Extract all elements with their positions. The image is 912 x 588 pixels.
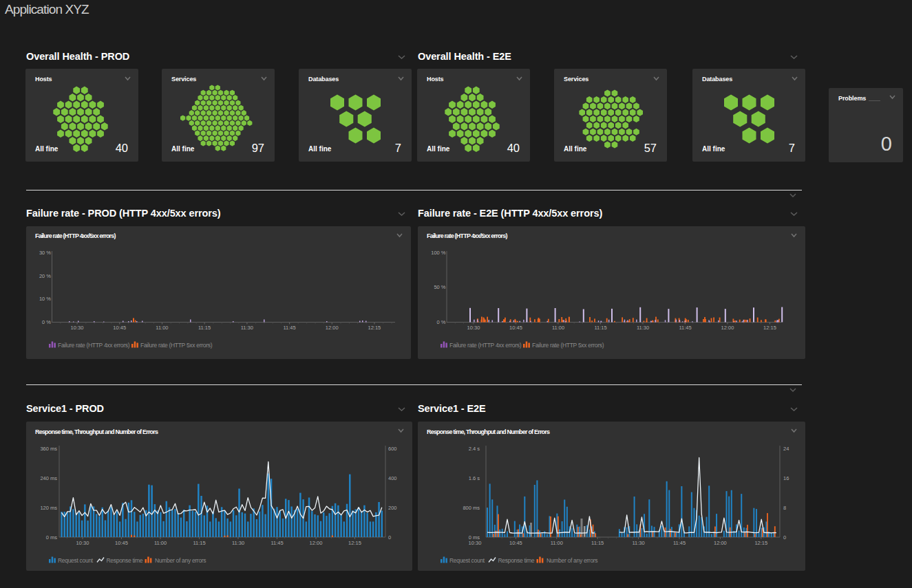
svg-text:12:00: 12:00 [714,540,727,546]
svg-text:24: 24 [783,446,789,452]
svg-text:Response time: Response time [107,557,143,564]
svg-text:11:45: 11:45 [271,540,283,546]
svg-text:0 %: 0 % [437,319,446,325]
svg-text:16: 16 [783,475,789,481]
svg-text:12:15: 12:15 [348,540,361,546]
svg-text:11:30: 11:30 [232,540,244,546]
svg-text:Failure rate (HTTP 5xx errors): Failure rate (HTTP 5xx errors) [532,342,604,349]
svg-text:12:00: 12:00 [721,325,734,331]
svg-text:11:15: 11:15 [198,325,211,331]
svg-text:10:30: 10:30 [71,325,84,331]
svg-text:0: 0 [783,534,786,541]
svg-text:120 ms: 120 ms [40,505,57,511]
svg-text:12:15: 12:15 [754,540,767,546]
svg-text:11:00: 11:00 [551,540,563,546]
svg-text:11:00: 11:00 [156,325,168,331]
svg-text:11:00: 11:00 [552,325,564,331]
svg-text:11:30: 11:30 [637,325,649,331]
svg-text:10:45: 10:45 [509,325,522,331]
svg-text:50 %: 50 % [434,284,445,290]
svg-text:Response time: Response time [498,557,535,564]
svg-text:2.4 s: 2.4 s [469,446,480,452]
svg-text:11:45: 11:45 [679,325,691,331]
svg-text:8: 8 [783,505,786,511]
svg-text:0 %: 0 % [42,319,51,325]
svg-text:11:30: 11:30 [632,540,644,546]
svg-text:Request count: Request count [449,557,485,564]
svg-text:12:00: 12:00 [310,540,323,546]
svg-text:Failure rate (HTTP 4xx errors): Failure rate (HTTP 4xx errors) [449,342,522,349]
svg-text:200: 200 [388,505,397,511]
svg-text:10:45: 10:45 [113,325,126,331]
svg-text:11:15: 11:15 [594,325,606,331]
svg-text:Response time, Throughput and: Response time, Throughput and Number of … [427,428,550,435]
svg-text:Number of any errors: Number of any errors [155,557,206,564]
svg-text:12:15: 12:15 [368,325,381,331]
svg-text:11:15: 11:15 [591,540,604,546]
svg-text:240 ms: 240 ms [40,475,57,481]
svg-text:11:00: 11:00 [154,540,167,546]
svg-text:Failure rate (HTTP 4xx/5xx er: Failure rate (HTTP 4xx/5xx errors) [427,232,508,239]
svg-text:11:45: 11:45 [283,325,295,331]
svg-text:11:45: 11:45 [673,540,686,546]
svg-text:10:30: 10:30 [467,325,480,331]
svg-text:800 ms: 800 ms [463,505,480,511]
svg-text:400: 400 [388,475,397,481]
svg-text:Failure rate (HTTP 5xx errors): Failure rate (HTTP 5xx errors) [140,342,213,349]
svg-text:10:30: 10:30 [469,540,482,546]
svg-text:360 ms: 360 ms [40,446,57,452]
svg-text:10 %: 10 % [39,296,51,302]
svg-text:30 %: 30 % [39,250,51,256]
svg-text:Failure rate (HTTP 4xx errors): Failure rate (HTTP 4xx errors) [58,342,130,349]
svg-text:10:30: 10:30 [76,540,89,546]
svg-text:100 %: 100 % [431,250,446,256]
svg-text:0: 0 [388,534,391,541]
svg-text:0 ms: 0 ms [46,534,58,541]
svg-text:10:45: 10:45 [509,540,522,546]
svg-text:20 %: 20 % [39,273,51,279]
svg-text:11:30: 11:30 [241,325,253,331]
svg-text:Failure rate (HTTP 4xx/5xx er: Failure rate (HTTP 4xx/5xx errors) [35,232,116,239]
svg-text:11:15: 11:15 [193,540,205,546]
svg-text:1.6 s: 1.6 s [469,475,480,481]
svg-text:Request count: Request count [58,557,94,564]
svg-text:Number of any errors: Number of any errors [547,557,597,564]
svg-text:600: 600 [388,446,397,452]
svg-text:12:15: 12:15 [763,325,776,331]
svg-text:Response time, Throughput and: Response time, Throughput and Number of … [35,428,158,435]
svg-text:12:00: 12:00 [326,325,339,331]
svg-text:10:45: 10:45 [115,540,128,546]
